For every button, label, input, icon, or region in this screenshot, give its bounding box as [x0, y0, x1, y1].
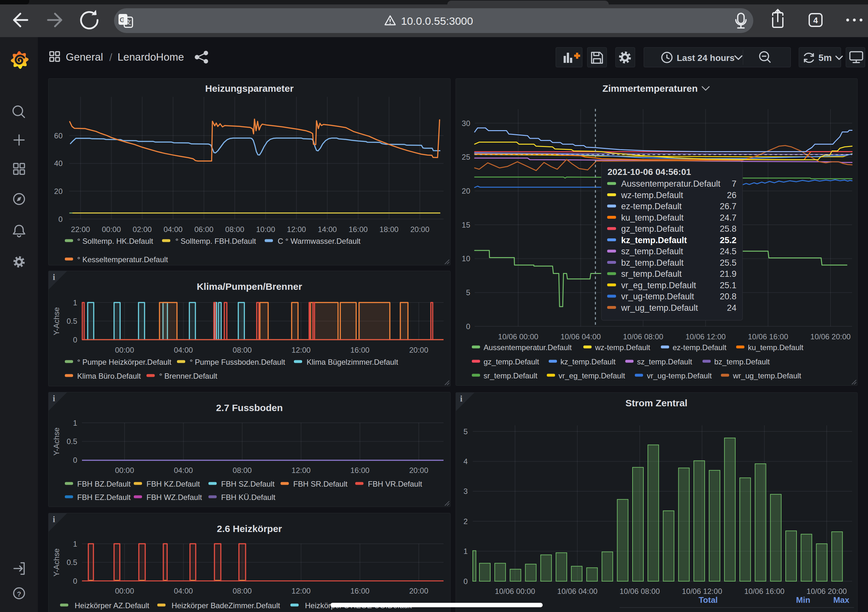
- svg-text:FBH BZ.Default: FBH BZ.Default: [77, 480, 130, 488]
- svg-text:ku_temp.Default: ku_temp.Default: [621, 213, 684, 223]
- svg-text:18:00: 18:00: [379, 225, 398, 233]
- svg-text:08:00: 08:00: [232, 587, 252, 595]
- svg-text:0: 0: [73, 335, 77, 344]
- svg-text:16:00: 16:00: [350, 346, 369, 354]
- svg-text:vr_eg_temp.Default: vr_eg_temp.Default: [558, 371, 625, 380]
- svg-text:10/06 12:00: 10/06 12:00: [682, 587, 722, 595]
- svg-text:20:00: 20:00: [410, 225, 429, 233]
- svg-text:FBH VR.Default: FBH VR.Default: [368, 480, 422, 488]
- svg-text:1: 1: [73, 419, 77, 427]
- svg-text:10/06 04:00: 10/06 04:00: [560, 332, 601, 341]
- svg-text:0: 0: [466, 322, 470, 331]
- svg-text:Min: Min: [796, 595, 811, 605]
- svg-text:10/06 00:00: 10/06 00:00: [498, 332, 538, 341]
- svg-text:wr_ug_temp.Default: wr_ug_temp.Default: [621, 303, 698, 313]
- svg-text:10/06 00:00: 10/06 00:00: [495, 587, 535, 595]
- svg-text:26: 26: [727, 190, 736, 200]
- svg-text:2: 2: [463, 517, 468, 525]
- svg-text:FBH KÜ.Default: FBH KÜ.Default: [221, 493, 276, 502]
- svg-text:10/06 20:00: 10/06 20:00: [811, 332, 851, 341]
- svg-text:10/06 08:00: 10/06 08:00: [623, 332, 663, 341]
- svg-text:04:00: 04:00: [174, 346, 193, 354]
- svg-text:sr_temp.Default: sr_temp.Default: [621, 269, 682, 279]
- svg-text:21.9: 21.9: [720, 269, 736, 279]
- svg-text:2021-10-06 04:56:01: 2021-10-06 04:56:01: [608, 167, 691, 177]
- svg-text:Heizkörper BadeZimmer.Default: Heizkörper BadeZimmer.Default: [172, 601, 280, 610]
- svg-text:Klima/Pumpen/Brenner: Klima/Pumpen/Brenner: [197, 281, 302, 292]
- svg-text:0: 0: [73, 577, 77, 585]
- svg-text:12:00: 12:00: [287, 225, 306, 233]
- svg-text:LenardoHome: LenardoHome: [118, 51, 184, 63]
- svg-text:bz_temp.Default: bz_temp.Default: [621, 258, 684, 267]
- svg-text:08:00: 08:00: [232, 346, 252, 354]
- svg-text:25.1: 25.1: [720, 281, 736, 290]
- svg-text:gz_temp.Default: gz_temp.Default: [484, 357, 539, 366]
- svg-text:Heizungsparameter: Heizungsparameter: [205, 83, 294, 94]
- svg-text:ez-temp.Default: ez-temp.Default: [621, 202, 682, 211]
- svg-text:20.8: 20.8: [720, 292, 736, 301]
- svg-text:10:00: 10:00: [256, 225, 275, 233]
- svg-text:0: 0: [73, 456, 77, 464]
- svg-text:FBH EZ.Default: FBH EZ.Default: [77, 493, 130, 502]
- svg-text:ez-temp.Default: ez-temp.Default: [673, 343, 727, 352]
- svg-text:10: 10: [462, 254, 470, 263]
- svg-text:08:00: 08:00: [225, 225, 244, 233]
- svg-text:Last 24 hours: Last 24 hours: [677, 53, 735, 63]
- svg-text:° Pumpe Fussboden.Default: ° Pumpe Fussboden.Default: [190, 358, 285, 366]
- svg-text:60: 60: [54, 131, 63, 140]
- svg-text:kz_temp.Default: kz_temp.Default: [560, 357, 616, 366]
- svg-text:° Kesseltemperatur.Default: ° Kesseltemperatur.Default: [77, 255, 168, 264]
- svg-text:06:00: 06:00: [194, 225, 214, 233]
- svg-text:10/06 20:00: 10/06 20:00: [807, 587, 847, 595]
- svg-text:04:00: 04:00: [164, 225, 183, 233]
- svg-text:04:00: 04:00: [174, 466, 193, 474]
- svg-text:30: 30: [462, 119, 470, 128]
- svg-text:5: 5: [466, 288, 470, 297]
- svg-text:FBH SR.Default: FBH SR.Default: [293, 480, 347, 488]
- svg-text:20:00: 20:00: [409, 466, 428, 474]
- svg-text:24.5: 24.5: [720, 247, 736, 256]
- svg-text:7: 7: [732, 179, 736, 189]
- svg-text:° Solltemp. FBH.Default: ° Solltemp. FBH.Default: [175, 237, 256, 246]
- svg-text:00:00: 00:00: [102, 225, 121, 233]
- svg-text:C ° Warmwasser.Default: C ° Warmwasser.Default: [278, 237, 361, 246]
- svg-text:sz_temp.Default: sz_temp.Default: [621, 247, 684, 256]
- svg-text:4: 4: [463, 457, 468, 466]
- svg-text:wz-temp.Default: wz-temp.Default: [595, 343, 650, 352]
- svg-text:10/06 16:00: 10/06 16:00: [748, 332, 788, 341]
- svg-text:Max: Max: [833, 595, 849, 605]
- svg-text:vr_eg_temp.Default: vr_eg_temp.Default: [621, 281, 696, 290]
- svg-text:bz_temp.Default: bz_temp.Default: [714, 357, 770, 366]
- svg-text:2.7 Fussboden: 2.7 Fussboden: [216, 402, 283, 413]
- svg-text:° Pumpe Heizkörper.Default: ° Pumpe Heizkörper.Default: [77, 358, 172, 366]
- svg-text:0.5: 0.5: [67, 317, 77, 325]
- svg-text:Strom Zentral: Strom Zentral: [625, 398, 687, 408]
- svg-text:FBH KZ.Default: FBH KZ.Default: [146, 480, 200, 488]
- svg-text:Klima Bügelzimmer.Default: Klima Bügelzimmer.Default: [307, 358, 398, 366]
- svg-text:20: 20: [54, 187, 63, 196]
- svg-text:FBH WZ.Default: FBH WZ.Default: [146, 493, 202, 502]
- svg-text:15: 15: [462, 221, 470, 229]
- svg-text:10/06 12:00: 10/06 12:00: [685, 332, 725, 341]
- svg-text:10/06 16:00: 10/06 16:00: [744, 587, 784, 595]
- svg-text:vr_ug-temp.Default: vr_ug-temp.Default: [621, 292, 694, 301]
- svg-text:Y-Achse: Y-Achse: [52, 307, 61, 335]
- svg-text:2.6 Heizkörper: 2.6 Heizkörper: [217, 524, 282, 534]
- svg-text:0: 0: [59, 215, 63, 224]
- svg-text:FBH SZ.Default: FBH SZ.Default: [221, 480, 274, 488]
- svg-text:12:00: 12:00: [291, 587, 311, 595]
- svg-text:0.5: 0.5: [67, 437, 77, 446]
- svg-text:ku_temp.Default: ku_temp.Default: [748, 343, 803, 352]
- svg-text:00:00: 00:00: [115, 587, 134, 595]
- svg-text:Y-Achse: Y-Achse: [52, 428, 61, 456]
- svg-text:° Brenner.Default: ° Brenner.Default: [159, 372, 217, 380]
- svg-text:?: ?: [17, 590, 21, 598]
- svg-text:1: 1: [73, 539, 77, 548]
- svg-text:1: 1: [463, 547, 468, 555]
- svg-text:16:00: 16:00: [349, 225, 367, 233]
- svg-text:° Solltemp. HK.Default: ° Solltemp. HK.Default: [77, 237, 153, 246]
- svg-text:3: 3: [463, 487, 468, 496]
- svg-text:25: 25: [462, 153, 470, 161]
- svg-text:14:00: 14:00: [318, 225, 337, 233]
- svg-text:kz_temp.Default: kz_temp.Default: [621, 235, 687, 245]
